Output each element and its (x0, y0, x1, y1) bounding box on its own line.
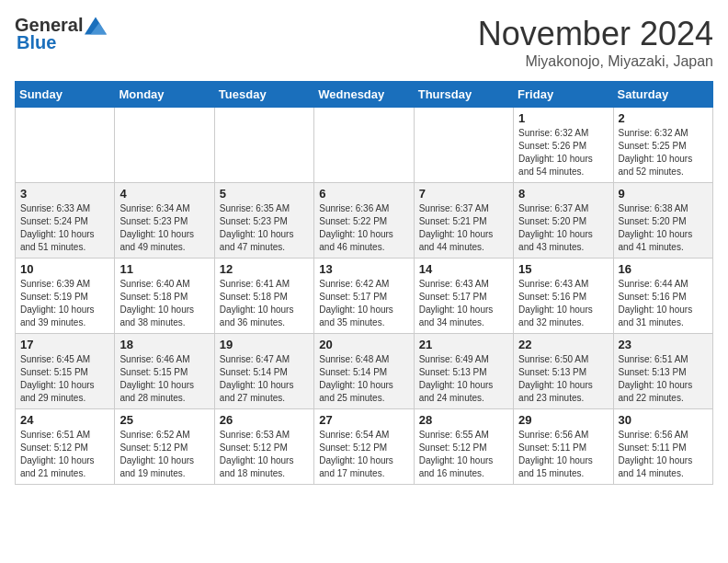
day-number: 8 (518, 187, 608, 201)
calendar-cell: 11Sunrise: 6:40 AM Sunset: 5:18 PM Dayli… (115, 259, 214, 334)
day-number: 9 (619, 187, 708, 201)
day-number: 2 (619, 111, 708, 125)
calendar-cell: 7Sunrise: 6:37 AM Sunset: 5:21 PM Daylig… (414, 183, 513, 259)
location-title: Miyakonojo, Miyazaki, Japan (478, 53, 713, 70)
day-number: 16 (619, 262, 708, 276)
calendar-cell: 17Sunrise: 6:45 AM Sunset: 5:15 PM Dayli… (16, 334, 115, 409)
calendar-cell: 6Sunrise: 6:36 AM Sunset: 5:22 PM Daylig… (314, 183, 414, 259)
calendar-cell: 10Sunrise: 6:39 AM Sunset: 5:19 PM Dayli… (16, 259, 115, 334)
day-info: Sunrise: 6:35 AM Sunset: 5:23 PM Dayligh… (220, 202, 309, 254)
day-number: 14 (419, 262, 508, 276)
day-number: 11 (119, 262, 209, 276)
day-number: 23 (619, 338, 708, 351)
logo-blue-text: Blue (17, 32, 56, 53)
day-info: Sunrise: 6:55 AM Sunset: 5:12 PM Dayligh… (419, 429, 508, 480)
day-info: Sunrise: 6:47 AM Sunset: 5:14 PM Dayligh… (220, 353, 309, 405)
calendar-cell: 24Sunrise: 6:51 AM Sunset: 5:12 PM Dayli… (16, 409, 115, 485)
month-title: November 2024 (478, 15, 713, 53)
calendar-cell: 13Sunrise: 6:42 AM Sunset: 5:17 PM Dayli… (314, 259, 414, 334)
day-number: 17 (20, 338, 109, 351)
calendar-week-row: 10Sunrise: 6:39 AM Sunset: 5:19 PM Dayli… (16, 259, 713, 334)
day-number: 22 (518, 338, 608, 351)
day-info: Sunrise: 6:43 AM Sunset: 5:17 PM Dayligh… (419, 278, 508, 329)
calendar-cell: 1Sunrise: 6:32 AM Sunset: 5:26 PM Daylig… (514, 108, 613, 183)
day-header-thursday: Thursday (414, 82, 513, 108)
calendar-cell: 20Sunrise: 6:48 AM Sunset: 5:14 PM Dayli… (314, 334, 414, 409)
calendar-table: SundayMondayTuesdayWednesdayThursdayFrid… (15, 81, 713, 485)
day-info: Sunrise: 6:41 AM Sunset: 5:18 PM Dayligh… (220, 278, 309, 329)
day-info: Sunrise: 6:40 AM Sunset: 5:18 PM Dayligh… (119, 278, 209, 329)
day-number: 12 (220, 262, 309, 276)
calendar-cell (16, 108, 115, 183)
day-info: Sunrise: 6:53 AM Sunset: 5:12 PM Dayligh… (220, 429, 309, 480)
calendar-cell: 21Sunrise: 6:49 AM Sunset: 5:13 PM Dayli… (414, 334, 513, 409)
day-info: Sunrise: 6:37 AM Sunset: 5:20 PM Dayligh… (518, 202, 608, 254)
calendar-cell: 12Sunrise: 6:41 AM Sunset: 5:18 PM Dayli… (214, 259, 313, 334)
calendar-cell: 2Sunrise: 6:32 AM Sunset: 5:25 PM Daylig… (613, 108, 712, 183)
calendar-cell: 8Sunrise: 6:37 AM Sunset: 5:20 PM Daylig… (514, 183, 613, 259)
day-number: 21 (419, 338, 508, 351)
calendar-cell: 15Sunrise: 6:43 AM Sunset: 5:16 PM Dayli… (514, 259, 613, 334)
calendar-week-row: 24Sunrise: 6:51 AM Sunset: 5:12 PM Dayli… (16, 409, 713, 485)
day-number: 26 (220, 413, 309, 427)
day-number: 18 (119, 338, 209, 351)
day-number: 20 (319, 338, 408, 351)
day-info: Sunrise: 6:51 AM Sunset: 5:13 PM Dayligh… (619, 353, 708, 405)
day-number: 28 (419, 413, 508, 427)
calendar-cell: 9Sunrise: 6:38 AM Sunset: 5:20 PM Daylig… (613, 183, 712, 259)
calendar-cell: 23Sunrise: 6:51 AM Sunset: 5:13 PM Dayli… (613, 334, 712, 409)
day-number: 10 (20, 262, 109, 276)
calendar-cell (414, 108, 513, 183)
day-number: 6 (319, 187, 408, 201)
day-info: Sunrise: 6:36 AM Sunset: 5:22 PM Dayligh… (319, 202, 408, 254)
day-info: Sunrise: 6:46 AM Sunset: 5:15 PM Dayligh… (119, 353, 209, 405)
calendar-cell: 18Sunrise: 6:46 AM Sunset: 5:15 PM Dayli… (115, 334, 214, 409)
calendar-cell: 29Sunrise: 6:56 AM Sunset: 5:11 PM Dayli… (514, 409, 613, 485)
day-header-sunday: Sunday (16, 82, 115, 108)
day-number: 3 (20, 187, 109, 201)
day-info: Sunrise: 6:38 AM Sunset: 5:20 PM Dayligh… (619, 202, 708, 254)
calendar-cell (115, 108, 214, 183)
day-header-wednesday: Wednesday (314, 82, 414, 108)
day-info: Sunrise: 6:50 AM Sunset: 5:13 PM Dayligh… (518, 353, 608, 405)
day-number: 29 (518, 413, 608, 427)
calendar-cell: 14Sunrise: 6:43 AM Sunset: 5:17 PM Dayli… (414, 259, 513, 334)
title-section: November 2024 Miyakonojo, Miyazaki, Japa… (478, 15, 713, 70)
day-info: Sunrise: 6:39 AM Sunset: 5:19 PM Dayligh… (20, 278, 109, 329)
day-info: Sunrise: 6:37 AM Sunset: 5:21 PM Dayligh… (419, 202, 508, 254)
day-info: Sunrise: 6:33 AM Sunset: 5:24 PM Dayligh… (20, 202, 109, 254)
day-info: Sunrise: 6:54 AM Sunset: 5:12 PM Dayligh… (319, 429, 408, 480)
day-info: Sunrise: 6:34 AM Sunset: 5:23 PM Dayligh… (119, 202, 209, 254)
day-info: Sunrise: 6:52 AM Sunset: 5:12 PM Dayligh… (119, 429, 209, 480)
calendar-cell (214, 108, 313, 183)
calendar-cell: 5Sunrise: 6:35 AM Sunset: 5:23 PM Daylig… (214, 183, 313, 259)
calendar-cell: 22Sunrise: 6:50 AM Sunset: 5:13 PM Dayli… (514, 334, 613, 409)
day-number: 4 (119, 187, 209, 201)
day-info: Sunrise: 6:43 AM Sunset: 5:16 PM Dayligh… (518, 278, 608, 329)
calendar-week-row: 1Sunrise: 6:32 AM Sunset: 5:26 PM Daylig… (16, 108, 713, 183)
logo: General Blue (15, 15, 107, 53)
day-number: 15 (518, 262, 608, 276)
day-number: 30 (619, 413, 708, 427)
calendar-cell: 25Sunrise: 6:52 AM Sunset: 5:12 PM Dayli… (115, 409, 214, 485)
day-info: Sunrise: 6:49 AM Sunset: 5:13 PM Dayligh… (419, 353, 508, 405)
day-number: 1 (518, 111, 608, 125)
calendar-cell: 30Sunrise: 6:56 AM Sunset: 5:11 PM Dayli… (613, 409, 712, 485)
day-info: Sunrise: 6:45 AM Sunset: 5:15 PM Dayligh… (20, 353, 109, 405)
calendar-cell: 27Sunrise: 6:54 AM Sunset: 5:12 PM Dayli… (314, 409, 414, 485)
day-info: Sunrise: 6:32 AM Sunset: 5:26 PM Dayligh… (518, 127, 608, 178)
day-info: Sunrise: 6:42 AM Sunset: 5:17 PM Dayligh… (319, 278, 408, 329)
calendar-week-row: 3Sunrise: 6:33 AM Sunset: 5:24 PM Daylig… (16, 183, 713, 259)
calendar-cell: 26Sunrise: 6:53 AM Sunset: 5:12 PM Dayli… (214, 409, 313, 485)
day-info: Sunrise: 6:51 AM Sunset: 5:12 PM Dayligh… (20, 429, 109, 480)
logo-icon (85, 17, 107, 35)
calendar-cell: 3Sunrise: 6:33 AM Sunset: 5:24 PM Daylig… (16, 183, 115, 259)
day-info: Sunrise: 6:56 AM Sunset: 5:11 PM Dayligh… (518, 429, 608, 480)
day-header-friday: Friday (514, 82, 613, 108)
day-number: 7 (419, 187, 508, 201)
calendar-week-row: 17Sunrise: 6:45 AM Sunset: 5:15 PM Dayli… (16, 334, 713, 409)
day-number: 19 (220, 338, 309, 351)
day-header-saturday: Saturday (613, 82, 712, 108)
day-info: Sunrise: 6:56 AM Sunset: 5:11 PM Dayligh… (619, 429, 708, 480)
day-header-monday: Monday (115, 82, 214, 108)
